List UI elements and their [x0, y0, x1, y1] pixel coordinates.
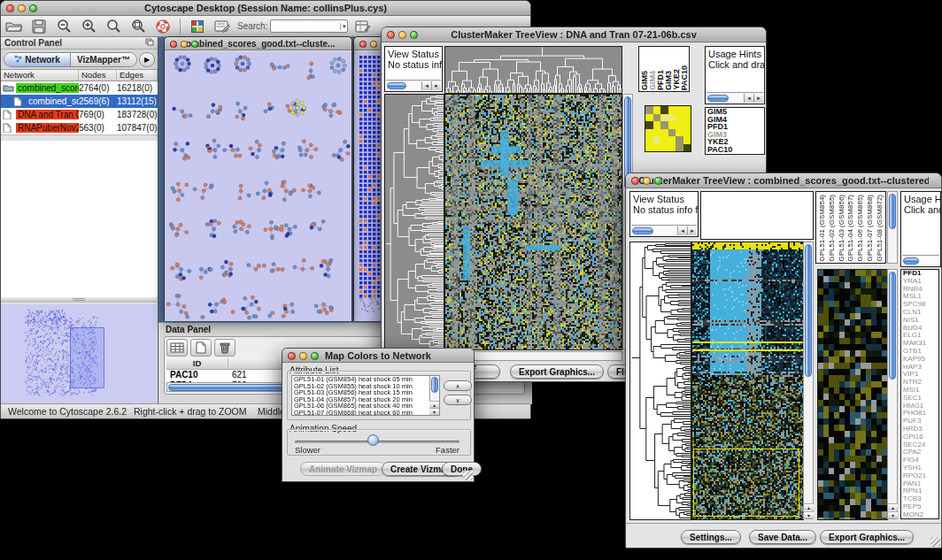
- matrix-cell[interactable]: [668, 144, 676, 152]
- zoom-fit-icon[interactable]: [128, 18, 148, 35]
- minimize-button[interactable]: [181, 41, 188, 48]
- column-label[interactable]: GPL51-08 (GSM872): [876, 195, 884, 262]
- network-tree-row[interactable]: DNA and Tran 07769(0)183728(0): [1, 108, 158, 121]
- scroll-right-button[interactable]: ▸: [753, 94, 763, 103]
- network-canvas[interactable]: [165, 51, 351, 321]
- matrix-cell[interactable]: [645, 121, 653, 129]
- search-dropdown-icon[interactable]: ▾: [340, 23, 348, 30]
- matrix-cell[interactable]: [676, 121, 683, 129]
- usage-hints-scrollbar[interactable]: [902, 255, 939, 265]
- column-label[interactable]: GPL51-06 (GSM865): [856, 195, 864, 262]
- column-label[interactable]: GPL51-01 (GSM854): [818, 195, 826, 262]
- matrix-cell[interactable]: [653, 106, 661, 114]
- float-panel-icon[interactable]: [145, 38, 154, 48]
- scrollbar-thumb[interactable]: [903, 257, 919, 265]
- matrix-cell[interactable]: [683, 121, 691, 129]
- save-data-button[interactable]: Save Data...: [749, 530, 816, 544]
- row-label[interactable]: PAC10: [706, 146, 764, 154]
- matrix-cell[interactable]: [683, 106, 691, 114]
- matrix-cell[interactable]: [676, 106, 683, 114]
- matrix-cell[interactable]: [668, 106, 676, 114]
- scroll-down-button[interactable]: ▾: [429, 408, 439, 415]
- network-view-titlebar[interactable]: combined_scores_good.txt--cluste...: [165, 37, 351, 50]
- matrix-cell[interactable]: [660, 129, 668, 137]
- network-tree-row[interactable]: combined_scores2764(0)16218(0): [1, 81, 158, 95]
- zoom-button[interactable]: [29, 4, 37, 12]
- matrix-cell[interactable]: [653, 144, 661, 152]
- row-dendrogram[interactable]: [384, 94, 444, 350]
- matrix-cell[interactable]: [653, 136, 661, 144]
- animate-vizmap-button[interactable]: Animate Vizmap: [300, 462, 386, 476]
- network-tree-row[interactable]: combined_sco2569(6)13112(15): [1, 95, 158, 108]
- new-attribute-icon[interactable]: [190, 339, 212, 357]
- row-dendrogram[interactable]: [629, 242, 691, 520]
- export-graphics-button[interactable]: Export Graphics...: [510, 364, 604, 379]
- matrix-cell[interactable]: [660, 144, 668, 152]
- scroll-right-button[interactable]: ▸: [431, 81, 441, 90]
- scrollbar-thumb[interactable]: [889, 194, 896, 229]
- matrix-cell[interactable]: [645, 136, 653, 144]
- vizmapper-icon[interactable]: [188, 18, 207, 35]
- matrix-cell[interactable]: [676, 129, 683, 137]
- settings-button[interactable]: Settings...: [681, 530, 741, 544]
- zoom-button[interactable]: [191, 41, 198, 48]
- matrix-cell[interactable]: [645, 114, 653, 122]
- minimize-button[interactable]: [18, 4, 26, 12]
- matrix-cell[interactable]: [660, 106, 668, 114]
- matrix-cell[interactable]: [660, 136, 668, 144]
- gene-label[interactable]: MON2: [901, 511, 938, 519]
- dialog-titlebar[interactable]: Map Colors to Network: [282, 349, 474, 363]
- matrix-cell[interactable]: [676, 114, 683, 122]
- zoom-button[interactable]: [654, 177, 662, 185]
- done-button[interactable]: Done: [442, 462, 482, 476]
- treeview-combined-titlebar[interactable]: ClusterMaker TreeView : combined_scores_…: [626, 173, 941, 188]
- scroll-left-button[interactable]: ◂: [421, 81, 431, 90]
- heatmap[interactable]: [444, 94, 622, 350]
- minimize-button[interactable]: [643, 177, 651, 185]
- heatmap[interactable]: [691, 242, 804, 520]
- column-label[interactable]: GPL51-03 (GSM856): [838, 195, 845, 262]
- attribute-list-scrollbar[interactable]: ▴ ▾: [429, 376, 439, 415]
- zoom-in-icon[interactable]: [79, 18, 98, 35]
- move-attribute-down-button[interactable]: ∨: [444, 395, 472, 405]
- select-attributes-icon[interactable]: [166, 339, 188, 357]
- matrix-cell[interactable]: [668, 129, 676, 137]
- matrix-cell[interactable]: [668, 136, 676, 144]
- tab-vizmapper[interactable]: VizMapper™: [70, 53, 136, 66]
- usage-hints-scrollbar[interactable]: ◂ ▸: [706, 92, 763, 103]
- scrollbar-thumb[interactable]: [805, 244, 812, 377]
- scroll-left-button[interactable]: ◂: [677, 226, 687, 235]
- column-dendrogram[interactable]: [444, 46, 622, 94]
- main-titlebar[interactable]: Cytoscape Desktop (Session Name: collins…: [1, 1, 530, 16]
- column-label[interactable]: GPL51-02 (GSM855): [828, 195, 836, 262]
- matrix-cell[interactable]: [668, 114, 676, 122]
- delete-attribute-icon[interactable]: [214, 339, 236, 357]
- matrix-cell[interactable]: [645, 129, 653, 137]
- search-input[interactable]: ▾: [270, 19, 348, 33]
- panel-divider-handle[interactable]: [1, 297, 157, 303]
- close-button[interactable]: [6, 4, 14, 12]
- save-session-icon[interactable]: [29, 18, 49, 35]
- matrix-cell[interactable]: [645, 144, 653, 152]
- matrix-cell[interactable]: [653, 121, 661, 129]
- scroll-right-button[interactable]: ▸: [687, 226, 697, 235]
- heatmap-vscrollbar[interactable]: ▴ ▾: [803, 242, 814, 519]
- matrix-cell[interactable]: [683, 136, 691, 144]
- scroll-down-button[interactable]: ▾: [804, 511, 814, 518]
- tab-network[interactable]: Network: [4, 53, 70, 66]
- zoom-button[interactable]: [311, 352, 319, 360]
- network-tree-row[interactable]: RNAPuberNov2+1563(0)107847(0): [1, 121, 158, 134]
- close-button[interactable]: [170, 41, 177, 48]
- matrix-cell[interactable]: [676, 136, 683, 144]
- scroll-left-button[interactable]: ◂: [744, 94, 753, 103]
- minimize-button[interactable]: [370, 41, 377, 48]
- attribute-browser-icon[interactable]: [353, 18, 373, 35]
- birdseye-view[interactable]: [1, 304, 157, 404]
- scrollbar-thumb[interactable]: [707, 95, 729, 102]
- scroll-up-button[interactable]: ▴: [888, 503, 898, 510]
- close-button[interactable]: [387, 31, 395, 39]
- resize-grip[interactable]: [463, 471, 473, 480]
- close-button[interactable]: [631, 177, 639, 185]
- move-attribute-up-button[interactable]: ∧: [444, 380, 472, 391]
- matrix-cell[interactable]: [660, 121, 668, 129]
